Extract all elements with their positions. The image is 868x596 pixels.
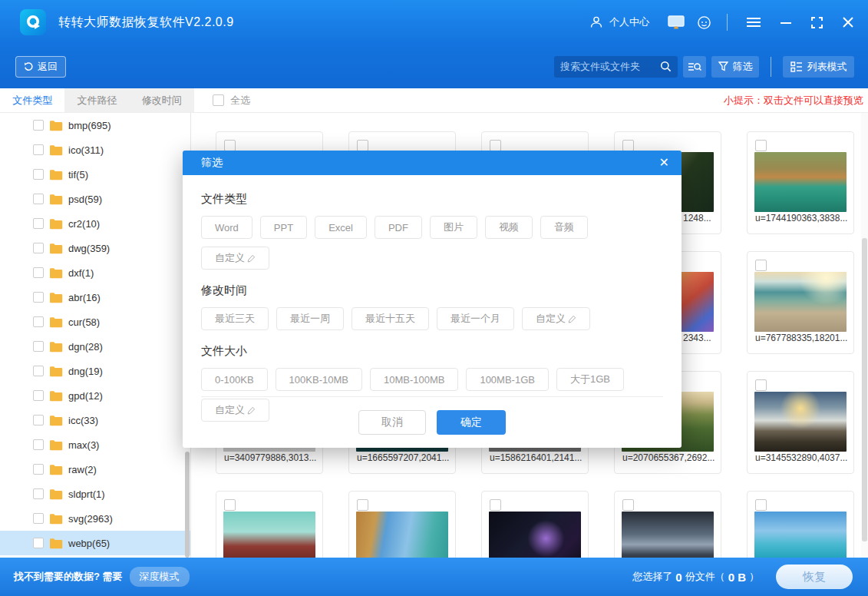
checkbox-icon[interactable] xyxy=(622,140,634,151)
recover-button[interactable]: 恢复 xyxy=(776,565,853,589)
sidebar-item-sldprt[interactable]: sldprt(1) xyxy=(0,482,190,506)
file-card[interactable]: u=3145532890,4037... xyxy=(747,371,854,474)
checkbox-icon[interactable] xyxy=(33,488,44,499)
dialog-close-icon[interactable]: ✕ xyxy=(659,157,669,169)
filter-chip-最近一周[interactable]: 最近一周 xyxy=(276,307,344,330)
sidebar-item-abr[interactable]: abr(16) xyxy=(0,285,190,310)
checkbox-icon[interactable] xyxy=(33,538,44,548)
file-card[interactable] xyxy=(747,491,854,558)
filter-chip-Excel[interactable]: Excel xyxy=(315,216,367,239)
sidebar-item-dng[interactable]: dng(19) xyxy=(0,359,190,383)
checkbox-icon[interactable] xyxy=(224,140,236,151)
filter-chip-Word[interactable]: Word xyxy=(201,216,252,239)
tab-0[interactable]: 文件类型 xyxy=(0,88,64,112)
checkbox-icon[interactable] xyxy=(33,341,44,352)
select-all-checkbox[interactable]: 全选 xyxy=(213,94,250,108)
sidebar-item-webp[interactable]: webp(65) xyxy=(0,531,190,555)
file-card[interactable]: u=767788335,18201... xyxy=(747,251,854,354)
filter-chip-100KB-10MB[interactable]: 100KB-10MB xyxy=(276,368,362,391)
checkbox-icon[interactable] xyxy=(33,120,44,131)
sidebar-item-psd[interactable]: psd(59) xyxy=(0,187,190,211)
sidebar-item-dxf[interactable]: dxf(1) xyxy=(0,260,190,285)
checkbox-icon[interactable] xyxy=(357,140,368,151)
confirm-button[interactable]: 确定 xyxy=(437,410,506,435)
filter-chip-最近三天[interactable]: 最近三天 xyxy=(201,307,269,330)
checkbox-icon[interactable] xyxy=(622,499,634,511)
file-card[interactable] xyxy=(216,491,323,558)
filter-chip-10MB-100MB[interactable]: 10MB-100MB xyxy=(370,368,458,391)
filter-chip-大于1GB[interactable]: 大于1GB xyxy=(556,368,624,391)
remote-assist-button[interactable] xyxy=(668,15,685,30)
menu-button[interactable] xyxy=(737,11,771,34)
sidebar-item-icc[interactable]: icc(33) xyxy=(0,408,190,432)
checkbox-icon[interactable] xyxy=(33,316,44,327)
sidebar-item-dwg[interactable]: dwg(359) xyxy=(0,236,190,260)
filter-chip-PDF[interactable]: PDF xyxy=(375,216,422,239)
deep-mode-button[interactable]: 深度模式 xyxy=(130,567,190,587)
sidebar-item-raw[interactable]: raw(2) xyxy=(0,457,190,482)
back-button[interactable]: 返回 xyxy=(15,56,66,78)
checkbox-icon[interactable] xyxy=(490,140,501,151)
sidebar-item-max[interactable]: max(3) xyxy=(0,432,190,457)
checkbox-icon[interactable] xyxy=(33,366,44,376)
filter-chip-视频[interactable]: 视频 xyxy=(485,216,533,239)
maximize-button[interactable] xyxy=(801,11,833,34)
checkbox-icon[interactable] xyxy=(755,499,767,511)
checkbox-icon[interactable] xyxy=(33,267,44,278)
filter-chip-音频[interactable]: 音频 xyxy=(540,216,588,239)
filter-button[interactable]: 筛选 xyxy=(711,56,759,78)
sidebar-item-svg[interactable]: svg(2963) xyxy=(0,506,190,531)
checkbox-icon[interactable] xyxy=(33,464,44,475)
filter-chip-0-100KB[interactable]: 0-100KB xyxy=(201,368,268,391)
checkbox-icon[interactable] xyxy=(755,140,767,151)
user-center-button[interactable]: 个人中心 xyxy=(588,15,649,29)
search-box[interactable] xyxy=(554,56,678,78)
filter-chip-图片[interactable]: 图片 xyxy=(430,216,477,239)
filter-chip-最近一个月[interactable]: 最近一个月 xyxy=(437,307,514,330)
checkbox-icon[interactable] xyxy=(33,218,44,229)
sidebar-item-bmp[interactable]: bmp(695) xyxy=(0,113,190,137)
checkbox-icon[interactable] xyxy=(755,379,767,391)
sidebar-item-ico[interactable]: ico(311) xyxy=(0,137,190,162)
sidebar-item-tif[interactable]: tif(5) xyxy=(0,162,190,187)
minimize-button[interactable] xyxy=(771,11,801,34)
search-input[interactable] xyxy=(560,61,660,72)
checkbox-icon[interactable] xyxy=(490,499,501,511)
cancel-button[interactable]: 取消 xyxy=(358,410,426,435)
sidebar-item-cur[interactable]: cur(58) xyxy=(0,310,190,334)
filter-chip-100MB-1GB[interactable]: 100MB-1GB xyxy=(466,368,549,391)
checkbox-icon[interactable] xyxy=(33,169,44,180)
filter-chip-最近十五天[interactable]: 最近十五天 xyxy=(351,307,429,330)
list-mode-button[interactable]: 列表模式 xyxy=(783,56,854,78)
grid-scrollbar[interactable] xyxy=(862,238,867,541)
filter-chip-PPT[interactable]: PPT xyxy=(260,216,307,239)
checkbox-icon[interactable] xyxy=(33,194,44,204)
sidebar-item-dgn[interactable]: dgn(28) xyxy=(0,334,190,359)
file-card[interactable] xyxy=(614,491,721,558)
checkbox-icon[interactable] xyxy=(224,499,236,511)
file-card[interactable]: u=1744190363,3838... xyxy=(747,131,854,234)
filter-chip-自定义[interactable]: 自定义 xyxy=(522,307,590,330)
customer-service-button[interactable] xyxy=(697,15,711,30)
checkbox-icon[interactable] xyxy=(33,390,44,401)
file-card[interactable] xyxy=(348,491,456,558)
sidebar-item-gpd[interactable]: gpd(12) xyxy=(0,383,190,408)
filter-chip-自定义[interactable]: 自定义 xyxy=(201,247,269,270)
tab-1[interactable]: 文件路径 xyxy=(64,88,129,112)
checkbox-icon[interactable] xyxy=(33,292,44,303)
checkbox-icon[interactable] xyxy=(213,94,224,106)
sidebar-item-cr2[interactable]: cr2(10) xyxy=(0,211,190,236)
checkbox-icon[interactable] xyxy=(33,513,44,524)
checkbox-icon[interactable] xyxy=(755,260,767,271)
advanced-search-button[interactable] xyxy=(683,56,706,78)
checkbox-icon[interactable] xyxy=(33,415,44,425)
search-icon[interactable] xyxy=(660,61,672,72)
sidebar-scrollbar[interactable] xyxy=(185,452,190,558)
checkbox-icon[interactable] xyxy=(357,499,368,511)
close-button[interactable] xyxy=(833,11,863,34)
checkbox-icon[interactable] xyxy=(33,243,44,253)
checkbox-icon[interactable] xyxy=(33,144,44,155)
checkbox-icon[interactable] xyxy=(33,439,44,450)
file-card[interactable] xyxy=(481,491,589,558)
tab-2[interactable]: 修改时间 xyxy=(130,88,194,112)
